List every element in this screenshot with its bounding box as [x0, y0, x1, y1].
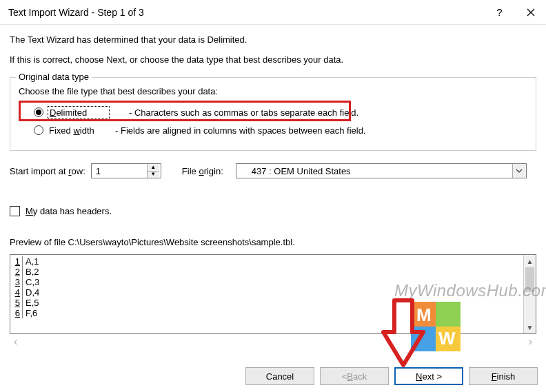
chevron-down-icon[interactable] [512, 164, 526, 178]
preview-row: 3C,3 [10, 277, 523, 287]
next-button[interactable]: Next > [394, 367, 463, 385]
preview-line-text: A,1 [24, 256, 39, 267]
spin-down-icon[interactable]: ▼ [148, 171, 159, 178]
file-origin-label: File origin: [182, 166, 223, 176]
button-bar: Cancel < Back Next > Finish [245, 367, 538, 385]
back-button: < Back [320, 367, 389, 385]
radio-fixed-label: Fixed width [49, 125, 108, 136]
preview-line-number: 3 [13, 277, 23, 287]
close-icon [527, 8, 535, 17]
preview-row: 2B,2 [10, 267, 523, 277]
intro-text-1: The Text Wizard has determined that your… [10, 34, 536, 45]
spin-up-icon[interactable]: ▲ [148, 164, 159, 171]
preview-row: 5E,5 [10, 298, 523, 308]
start-row-input[interactable] [92, 164, 147, 178]
headers-checkbox-label: My data has headers. [26, 206, 112, 216]
file-origin-combo[interactable]: 437 : OEM United States [236, 163, 527, 178]
preview-label: Preview of file C:\Users\wayto\Pictures\… [10, 237, 536, 247]
preview-line-text: E,5 [24, 298, 39, 308]
original-data-type-group: Original data type Choose the file type … [10, 77, 536, 151]
intro-text-2: If this is correct, choose Next, or choo… [10, 54, 536, 65]
checkbox-icon [10, 206, 20, 216]
scroll-up-icon[interactable]: ▲ [524, 255, 536, 267]
preview-row: 4D,4 [10, 287, 523, 298]
radio-empty-icon [34, 125, 43, 135]
my-data-has-headers[interactable]: My data has headers. [10, 206, 536, 216]
radio-delimited-label: Delimited [49, 107, 108, 118]
preview-line-number: 1 [13, 256, 23, 267]
preview-line-text: D,4 [24, 287, 39, 298]
horizontal-scrollbar[interactable]: ‹ › [10, 336, 536, 348]
preview-row: 1A,1 [10, 256, 523, 267]
start-row-spinner[interactable]: ▲ ▼ [91, 163, 161, 178]
scroll-left-icon[interactable]: ‹ [14, 336, 17, 348]
radio-fixed-width[interactable]: Fixed width - Fields are aligned in colu… [19, 121, 527, 139]
radio-delimited[interactable]: Delimited - Characters such as commas or… [19, 103, 527, 121]
preview-line-number: 6 [13, 308, 23, 318]
preview-line-number: 5 [13, 298, 23, 308]
scroll-thumb[interactable] [525, 267, 534, 292]
radio-delimited-desc: - Characters such as commas or tabs sepa… [129, 107, 358, 118]
start-row-label: Start import at row: [10, 166, 85, 176]
preview-line-number: 2 [13, 267, 23, 277]
preview-line-text: F,6 [24, 308, 37, 318]
finish-button[interactable]: Finish [469, 367, 538, 385]
help-button[interactable]: ? [484, 0, 515, 25]
radio-fixed-desc: - Fields are aligned in columns with spa… [115, 125, 365, 136]
close-button[interactable] [515, 0, 546, 25]
preview-line-number: 4 [13, 287, 23, 298]
group-legend: Original data type [16, 72, 92, 82]
vertical-scrollbar[interactable]: ▲ ▼ [523, 255, 536, 333]
preview-pane: 1A,12B,23C,34D,45E,56F,6 ▲ ▼ [10, 254, 536, 334]
radio-dot-icon [34, 107, 43, 117]
preview-line-text: C,3 [24, 277, 39, 287]
title-bar: Text Import Wizard - Step 1 of 3 ? [0, 0, 546, 25]
scroll-right-icon[interactable]: › [529, 336, 532, 348]
preview-row: 6F,6 [10, 308, 523, 318]
preview-line-text: B,2 [24, 267, 39, 277]
group-prompt: Choose the file type that best describes… [19, 86, 527, 96]
scroll-down-icon[interactable]: ▼ [524, 321, 536, 333]
file-origin-value: 437 : OEM United States [236, 166, 512, 176]
cancel-button[interactable]: Cancel [245, 367, 314, 385]
window-title: Text Import Wizard - Step 1 of 3 [8, 7, 484, 18]
import-options-row: Start import at row: ▲ ▼ File origin: 43… [10, 163, 536, 178]
